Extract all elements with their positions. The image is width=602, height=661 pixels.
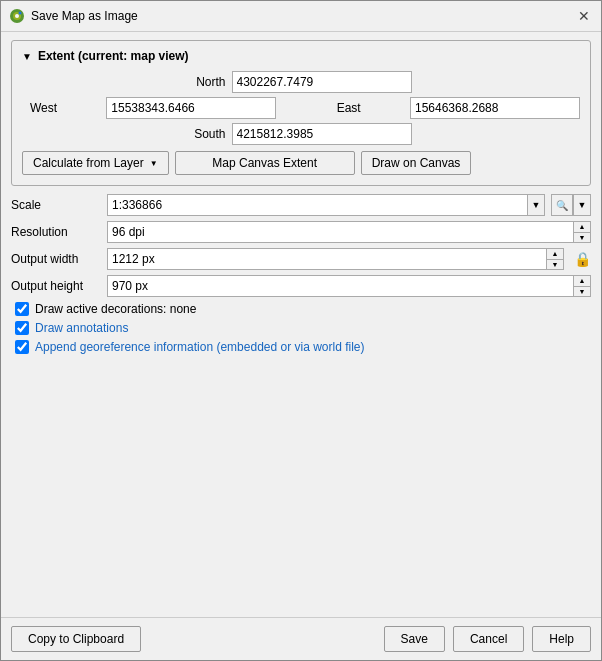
scale-input[interactable] [107,194,527,216]
output-width-down-button[interactable]: ▼ [547,260,563,270]
output-width-label: Output width [11,252,101,266]
scale-icon-dropdown-button[interactable]: ▼ [573,194,591,216]
west-input[interactable] [106,97,276,119]
north-input[interactable] [232,71,412,93]
west-label: West [22,101,57,115]
output-height-input-wrap: ▲ ▼ [107,275,591,297]
output-width-up-button[interactable]: ▲ [547,249,563,260]
scale-extra-buttons: 🔍 ▼ [551,194,591,216]
draw-on-canvas-button[interactable]: Draw on Canvas [361,151,472,175]
cancel-button[interactable]: Cancel [453,626,524,652]
east-label: East [326,101,361,115]
map-canvas-extent-button[interactable]: Map Canvas Extent [175,151,355,175]
output-height-down-button[interactable]: ▼ [574,287,590,297]
copy-to-clipboard-label: Copy to Clipboard [28,632,124,646]
footer: Copy to Clipboard Save Cancel Help [1,617,601,660]
scale-dropdown-button[interactable]: ▼ [527,194,545,216]
output-width-input-wrap: ▲ ▼ [107,248,564,270]
qgis-logo-icon [9,8,25,24]
save-label: Save [401,632,428,646]
checkbox-row-2: Draw annotations [11,321,591,335]
extent-group-label: Extent (current: map view) [38,49,189,63]
resolution-up-button[interactable]: ▲ [574,222,590,233]
lock-icon-wrap: 🔒 [574,251,591,267]
draw-on-canvas-label: Draw on Canvas [372,156,461,170]
extent-buttons-row: Calculate from Layer ▼ Map Canvas Extent… [22,151,580,175]
dropdown-arrow-icon: ▼ [150,159,158,168]
checkbox-row-1: Draw active decorations: none [11,302,591,316]
south-row: South [22,123,580,145]
resolution-row: Resolution ▲ ▼ [11,221,591,243]
east-input[interactable] [410,97,580,119]
south-input[interactable] [232,123,412,145]
checkbox-row-3: Append georeference information (embedde… [11,340,591,354]
draw-annotations-label: Draw annotations [35,321,128,335]
dialog-content: ▼ Extent (current: map view) North West … [1,32,601,617]
calculate-from-layer-label: Calculate from Layer [33,156,144,170]
output-width-row: Output width ▲ ▼ 🔒 [11,248,591,270]
output-height-label: Output height [11,279,101,293]
help-label: Help [549,632,574,646]
append-georeference-checkbox[interactable] [15,340,29,354]
resolution-spinner: ▲ ▼ [573,221,591,243]
draw-decorations-checkbox[interactable] [15,302,29,316]
extent-group: ▼ Extent (current: map view) North West … [11,40,591,186]
output-height-up-button[interactable]: ▲ [574,276,590,287]
resolution-input-wrap: ▲ ▼ [107,221,591,243]
close-button[interactable]: ✕ [575,7,593,25]
copy-to-clipboard-button[interactable]: Copy to Clipboard [11,626,141,652]
calculate-from-layer-button[interactable]: Calculate from Layer ▼ [22,151,169,175]
titlebar: Save Map as Image ✕ [1,1,601,32]
scale-row: Scale ▼ 🔍 ▼ [11,194,591,216]
collapse-arrow-icon: ▼ [22,51,32,62]
map-canvas-extent-label: Map Canvas Extent [212,156,317,170]
output-height-spinner: ▲ ▼ [573,275,591,297]
scale-label: Scale [11,198,101,212]
resolution-input[interactable] [107,221,573,243]
output-width-spinner: ▲ ▼ [546,248,564,270]
draw-annotations-checkbox[interactable] [15,321,29,335]
north-label: North [191,75,226,89]
draw-decorations-label: Draw active decorations: none [35,302,196,316]
output-height-row: Output height ▲ ▼ [11,275,591,297]
cancel-label: Cancel [470,632,507,646]
help-button[interactable]: Help [532,626,591,652]
west-east-row: West East [22,97,580,119]
dialog-title: Save Map as Image [31,9,569,23]
save-button[interactable]: Save [384,626,445,652]
south-label: South [191,127,226,141]
scale-icon-button[interactable]: 🔍 [551,194,573,216]
resolution-down-button[interactable]: ▼ [574,233,590,243]
output-height-input[interactable] [107,275,573,297]
extent-group-title: ▼ Extent (current: map view) [22,49,580,63]
scale-input-wrap: ▼ [107,194,545,216]
lock-icon: 🔒 [574,251,591,267]
save-map-dialog: Save Map as Image ✕ ▼ Extent (current: m… [0,0,602,661]
output-width-input[interactable] [107,248,546,270]
resolution-label: Resolution [11,225,101,239]
append-georeference-label: Append georeference information (embedde… [35,340,365,354]
svg-point-2 [15,14,19,18]
north-row: North [22,71,580,93]
svg-point-3 [19,12,22,15]
